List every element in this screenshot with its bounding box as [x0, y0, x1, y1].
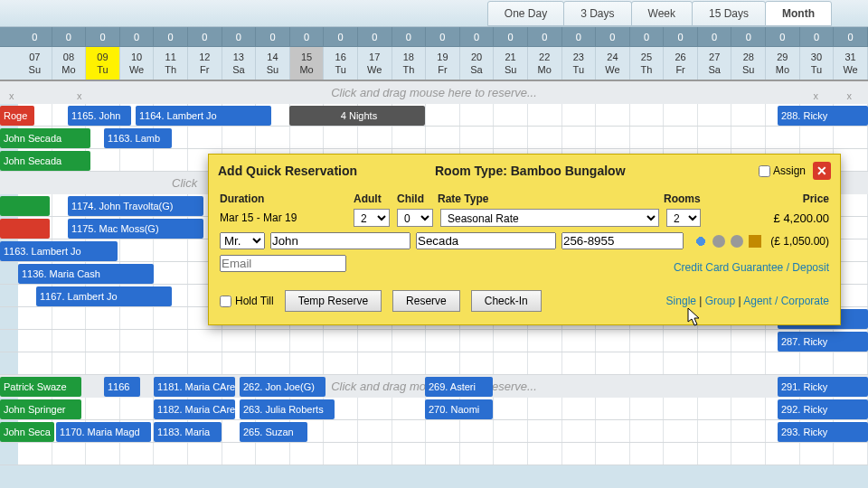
date-cell[interactable]: 24We — [596, 47, 630, 80]
reservation-block[interactable]: John Springer — [0, 399, 81, 419]
reservation-block[interactable]: 1167. Lambert Jo — [36, 286, 172, 306]
first-name-input[interactable] — [270, 232, 410, 249]
date-cell[interactable]: 08Mo — [52, 47, 87, 80]
close-icon[interactable]: x — [77, 85, 82, 108]
room-row[interactable] — [0, 443, 868, 465]
date-cell[interactable]: 27Sa — [698, 47, 732, 80]
availability-cell: 0 — [290, 27, 325, 46]
reservation-block[interactable]: 1163. Lambert Jo — [0, 241, 118, 261]
date-cell[interactable]: 07Su — [18, 47, 52, 80]
reservation-block[interactable]: Patrick Swaze — [0, 377, 81, 397]
assign-checkbox[interactable]: Assign — [759, 164, 806, 177]
availability-cell: 0 — [222, 27, 257, 46]
close-icon[interactable]: x — [9, 85, 14, 108]
reservation-block[interactable]: John Secada — [0, 128, 90, 148]
date-cell[interactable]: 30Tu — [800, 47, 835, 80]
radio-icon[interactable] — [694, 235, 707, 248]
date-cell[interactable]: 11Th — [154, 47, 188, 80]
link-group[interactable]: Group — [705, 295, 735, 307]
reservation-block[interactable]: Roge — [0, 106, 34, 126]
reservation-block[interactable]: 1166 — [104, 377, 140, 397]
reservation-block[interactable]: 292. Ricky — [778, 399, 868, 419]
hold-till-checkbox[interactable]: Hold Till — [220, 295, 274, 307]
reservation-block[interactable]: 269. Asteri — [425, 377, 493, 397]
reservation-block[interactable]: 1182. Maria CAre — [154, 399, 235, 419]
reservation-block[interactable]: 1163. Lamb — [104, 128, 172, 148]
reserve-hint-row[interactable]: x x Click and drag mouse here to reserve… — [0, 81, 868, 104]
reservation-block[interactable]: 291. Ricky — [778, 377, 868, 397]
tab-week[interactable]: Week — [631, 1, 693, 26]
date-cell[interactable]: 20Sa — [460, 47, 495, 80]
price-label: Price — [736, 192, 829, 205]
date-cell[interactable]: 19Fr — [426, 47, 460, 80]
room-type-label: Room Type: Bamboo Bungalow — [435, 164, 759, 178]
availability-cell: 0 — [562, 27, 597, 46]
date-cell[interactable]: 25Th — [630, 47, 665, 80]
reservation-block[interactable]: John Secada — [0, 151, 90, 171]
reservation-block[interactable]: 1183. Maria — [154, 422, 222, 442]
date-cell[interactable]: 10We — [120, 47, 155, 80]
reservation-block[interactable] — [0, 196, 50, 216]
reservation-block[interactable]: 1174. John Travolta(G) — [68, 196, 203, 216]
date-cell[interactable]: 21Su — [494, 47, 528, 80]
rooms-select[interactable]: 2 — [666, 209, 701, 227]
close-icon[interactable]: ✕ — [813, 162, 831, 180]
reservation-block[interactable]: 1136. Maria Cash — [18, 264, 154, 284]
note-icon[interactable] — [749, 235, 761, 248]
reservation-block[interactable]: 262. Jon Joe(G) — [240, 377, 326, 397]
date-cell[interactable]: 29Mo — [766, 47, 800, 80]
availability-cell: 0 — [664, 27, 698, 46]
close-icon[interactable]: x — [814, 85, 819, 108]
date-cell[interactable]: 13Sa — [222, 47, 257, 80]
reservation-block[interactable]: 1181. Maria CAre — [154, 377, 235, 397]
reservation-block[interactable]: 270. Naomi — [425, 399, 493, 419]
link-agent[interactable]: Agent / Corporate — [743, 295, 829, 307]
close-icon[interactable]: x — [847, 85, 853, 108]
check-in-button[interactable]: Check-In — [471, 290, 542, 312]
temp-reserve-button[interactable]: Temp Reserve — [285, 290, 382, 312]
reserve-button[interactable]: Reserve — [392, 290, 460, 312]
rooms-label: Rooms — [664, 192, 736, 205]
reservation-block[interactable]: 1175. Mac Moss(G) — [68, 219, 203, 239]
child-select[interactable]: 0 — [397, 209, 433, 227]
link-single[interactable]: Single — [666, 295, 696, 307]
reservation-block[interactable]: 1165. John — [68, 106, 131, 126]
date-cell[interactable]: 09Tu — [86, 47, 120, 80]
reservation-block[interactable] — [0, 219, 50, 239]
tab-3-days[interactable]: 3 Days — [563, 1, 631, 26]
availability-cell: 0 — [731, 27, 766, 46]
reservation-block[interactable]: 265. Suzan — [240, 422, 307, 442]
date-cell[interactable]: 31We — [834, 47, 868, 80]
date-cell[interactable]: 12Fr — [188, 47, 222, 80]
person-icon[interactable] — [731, 235, 743, 248]
reservation-block[interactable]: John Seca — [0, 422, 54, 442]
tab-month[interactable]: Month — [765, 1, 832, 26]
adult-select[interactable]: 2 — [354, 209, 390, 227]
room-row[interactable] — [0, 352, 868, 375]
adult-label: Adult — [354, 192, 397, 205]
reservation-block[interactable]: 288. Ricky — [778, 106, 868, 126]
attachment-icon[interactable] — [712, 235, 725, 248]
title-select[interactable]: Mr. — [220, 232, 265, 249]
reservation-block[interactable]: 1164. Lambert Jo — [136, 106, 271, 126]
reservation-block[interactable]: 1170. Maria Magd — [56, 422, 151, 442]
tab-one-day[interactable]: One Day — [487, 1, 564, 26]
date-cell[interactable]: 18Th — [392, 47, 427, 80]
last-name-input[interactable] — [416, 232, 556, 249]
date-cell[interactable]: 22Mo — [528, 47, 562, 80]
tab-15-days[interactable]: 15 Days — [692, 1, 766, 26]
date-cell[interactable]: 17We — [358, 47, 392, 80]
date-cell[interactable]: 15Mo — [290, 47, 325, 80]
date-cell[interactable]: 28Su — [731, 47, 766, 80]
room-row[interactable] — [0, 330, 868, 352]
rate-type-select[interactable]: Seasonal Rate — [440, 209, 659, 227]
date-cell[interactable]: 14Su — [256, 47, 290, 80]
date-cell[interactable]: 16Tu — [324, 47, 358, 80]
email-input[interactable] — [220, 255, 346, 272]
date-cell[interactable]: 26Fr — [664, 47, 698, 80]
phone-input[interactable] — [561, 232, 684, 249]
reservation-block[interactable]: 263. Julia Roberts — [240, 399, 335, 419]
reservation-block[interactable]: 293. Ricky — [778, 422, 868, 442]
reservation-block[interactable]: 287. Ricky — [778, 332, 868, 352]
date-cell[interactable]: 23Tu — [562, 47, 597, 80]
